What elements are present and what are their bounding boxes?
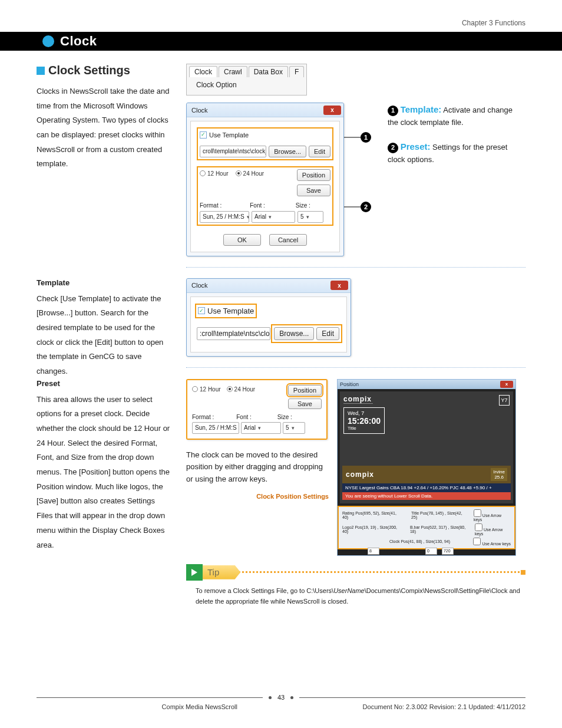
upper-left-field[interactable]: 0: [425, 548, 437, 555]
size-dropdown[interactable]: 5: [297, 211, 323, 223]
leader-2: [344, 206, 362, 207]
ctrl-bbar: B.bar Pos(622, 317) , Size(80, 18): [410, 525, 470, 533]
leader-1: [344, 137, 362, 138]
move-text: The clock can be moved to the desired po…: [186, 449, 329, 486]
close-icon[interactable]: x: [500, 381, 513, 388]
upper-right-field[interactable]: 720: [442, 548, 454, 555]
preset-heading: Preset: [37, 379, 172, 388]
position-caption: Clock Position Settings: [186, 493, 329, 500]
tip-arrow-icon: [186, 564, 203, 581]
format-dropdown[interactable]: Sun, 25 / H:M:S: [200, 211, 249, 223]
chapter-dot-icon: [42, 35, 54, 47]
ok-button[interactable]: OK: [223, 234, 261, 246]
close-icon[interactable]: x: [330, 281, 348, 290]
legend-preset-term: Preset:: [401, 141, 431, 151]
arrow-checkbox[interactable]: [474, 509, 481, 517]
template-text: Check [Use Template] to activate the [Br…: [37, 292, 172, 379]
rating-icon: Y7: [499, 395, 510, 406]
clock-dialog: Clock x ✓ Use Template croll\template\nt…: [186, 103, 344, 256]
tab-crawl[interactable]: Crawl: [219, 66, 247, 77]
ctrl-clock-pos: Clock Pos(41, 88) , Size(130, 94): [389, 539, 450, 543]
label-format: Format :: [192, 414, 214, 420]
callout-2-icon: 2: [361, 202, 371, 212]
page-footer: 43 Compix Media NewsScroll Document No: …: [37, 694, 525, 710]
edit-button[interactable]: Edit: [316, 327, 339, 340]
legend-2-icon: 2: [388, 143, 398, 153]
browse-button[interactable]: Browse...: [274, 327, 314, 340]
section-heading: Clock Settings: [48, 64, 130, 77]
legend-template-term: Template:: [401, 104, 442, 114]
font-dropdown[interactable]: Arial: [252, 211, 295, 223]
tip-bar: Tip: [186, 564, 525, 581]
preview-title: Position: [340, 381, 359, 387]
callout-1-icon: 1: [361, 132, 371, 143]
preview-temp: 25.6: [494, 475, 504, 480]
dialog-title: Clock: [191, 107, 208, 114]
ctrl-rating: Rating Pos(695, 52), Size(41, 40): [342, 511, 403, 519]
position-preview: Position x compix Wed, 7 15:26:00: [337, 379, 516, 556]
ctrl-upper: Upper - (Left, Right): [384, 549, 421, 553]
save-button[interactable]: Save: [297, 185, 330, 196]
page-number: 43: [277, 694, 285, 701]
menu-strip: Clock Crawl Data Box F Clock Option: [186, 64, 307, 95]
scroll-warning: You are seeing without Lower Scroll Data…: [342, 492, 511, 500]
tip-text: To remove a Clock Settings File, go to C…: [186, 581, 525, 607]
breadcrumb: Chapter 3 Functions: [37, 19, 525, 27]
radio-24hour[interactable]: 24 Hour: [236, 170, 265, 177]
tab-clock[interactable]: Clock: [189, 66, 217, 77]
preset-panel: 12 Hour 24 Hour Position Save Format :: [186, 379, 328, 440]
intro-text: Clocks in NewsScroll take the date and t…: [37, 84, 172, 172]
section-square-icon: [37, 67, 45, 75]
label-font: Font :: [250, 202, 265, 209]
save-button[interactable]: Save: [288, 398, 322, 409]
label-font: Font :: [236, 414, 252, 420]
use-template-checkbox[interactable]: ✓ Use Template: [198, 307, 254, 315]
template-path-field[interactable]: :croll\template\ntsc\clock_format.gcg: [197, 327, 270, 340]
position-button[interactable]: Position: [297, 169, 330, 181]
compix-logo: compix: [346, 470, 374, 479]
label-size: Size :: [277, 414, 292, 420]
browse-button[interactable]: Browse...: [269, 146, 306, 157]
position-button[interactable]: Position: [288, 385, 322, 396]
compix-logo: compix: [343, 395, 385, 403]
use-template-checkbox[interactable]: ✓ Use Template: [200, 131, 249, 139]
edit-button[interactable]: Edit: [309, 146, 330, 157]
preview-title-label: Title: [348, 426, 381, 431]
radio-24hour[interactable]: 24 Hour: [227, 386, 256, 393]
arrow-checkbox[interactable]: [473, 538, 481, 545]
template-dialog: Clock x ✓ Use Template :croll\template\: [186, 278, 351, 357]
label-format: Format :: [200, 202, 222, 209]
preset-text: This area allows the user to select opti…: [37, 393, 172, 553]
close-icon[interactable]: x: [323, 106, 341, 115]
format-dropdown[interactable]: Sun, 25 / H:M:S: [192, 422, 239, 434]
stock-ticker: NYSE Largest Gains CBA 18.94 +2.64 / +16…: [342, 483, 511, 492]
use-template-label: Use Template: [209, 131, 249, 139]
ctrl-crawl-gap: Crawl Gap:: [342, 549, 363, 553]
footer-product: Compix Media NewsScroll: [162, 703, 237, 710]
tab-databox[interactable]: Data Box: [249, 66, 288, 77]
preview-day: Wed, 7: [348, 410, 381, 416]
label-size: Size :: [296, 202, 310, 209]
font-dropdown[interactable]: Arial: [241, 422, 281, 434]
radio-12hour[interactable]: 12 Hour: [200, 170, 229, 177]
dialog2-title: Clock: [191, 282, 208, 289]
template-path-field[interactable]: croll\template\ntsc\clock_format.gcg: [200, 146, 266, 157]
radio-12hour[interactable]: 12 Hour: [192, 386, 221, 393]
size-dropdown[interactable]: 5: [283, 422, 305, 434]
arrow-checkbox[interactable]: [475, 523, 482, 531]
chapter-bar: Clock: [0, 32, 562, 51]
menu-clock-option[interactable]: Clock Option: [187, 77, 306, 93]
preview-irvine: Irvine: [493, 469, 505, 475]
separator: [186, 367, 525, 368]
crawl-gap-field[interactable]: 8: [368, 548, 379, 555]
footer-docinfo: Document No: 2.3.002 Revision: 2.1 Updat…: [363, 703, 525, 710]
separator: [186, 267, 525, 268]
cancel-button[interactable]: Cancel: [269, 234, 307, 246]
tab-f[interactable]: F: [289, 66, 304, 77]
use-template-label: Use Template: [207, 307, 254, 315]
tip-label: Tip: [203, 565, 240, 579]
template-heading: Template: [37, 278, 172, 287]
preview-time: 15:26:00: [348, 416, 381, 426]
legend-1-icon: 1: [388, 106, 398, 116]
ctrl-logo2: Logo2 Pos(19, 19) , Size(200, 40): [342, 525, 402, 533]
